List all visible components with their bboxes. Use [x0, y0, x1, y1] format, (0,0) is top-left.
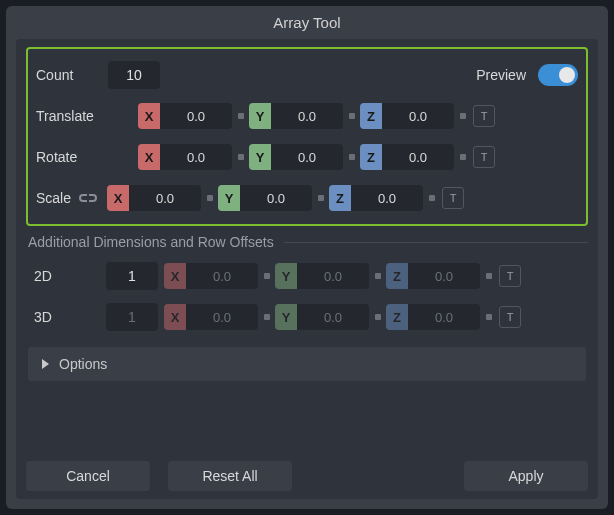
axis-y-tag: Y	[249, 144, 271, 170]
rotate-row: Rotate X Y Z T	[36, 141, 578, 173]
lock-dot[interactable]	[238, 154, 244, 160]
lock-dot[interactable]	[349, 113, 355, 119]
count-label: Count	[36, 67, 108, 83]
lock-dot[interactable]	[349, 154, 355, 160]
label-3d: 3D	[34, 309, 106, 325]
translate-x-input[interactable]	[160, 103, 232, 129]
lock-dot[interactable]	[429, 195, 435, 201]
lock-dot	[264, 314, 270, 320]
axis-x-tag: X	[164, 304, 186, 330]
axis-x-tag: X	[138, 144, 160, 170]
lock-dot[interactable]	[318, 195, 324, 201]
2d-x-input[interactable]	[186, 263, 258, 289]
lock-dot[interactable]	[486, 273, 492, 279]
axis-x-tag: X	[164, 263, 186, 289]
panel-content: Count Preview Translate X Y Z T	[16, 39, 598, 499]
lock-dot[interactable]	[460, 113, 466, 119]
2d-z-input[interactable]	[408, 263, 480, 289]
axis-z-tag: Z	[386, 263, 408, 289]
cancel-button[interactable]: Cancel	[26, 461, 150, 491]
3d-x-input	[186, 304, 258, 330]
lock-dot[interactable]	[264, 273, 270, 279]
reset-translate-button[interactable]: T	[473, 105, 495, 127]
lock-dot	[486, 314, 492, 320]
lock-dot	[375, 314, 381, 320]
preview-toggle[interactable]	[538, 64, 578, 86]
primary-group-highlight: Count Preview Translate X Y Z T	[26, 47, 588, 226]
footer: Cancel Reset All Apply	[26, 443, 588, 491]
axis-z-tag: Z	[360, 144, 382, 170]
reset-all-button[interactable]: Reset All	[168, 461, 292, 491]
additional-header-label: Additional Dimensions and Row Offsets	[28, 234, 274, 250]
rotate-z-input[interactable]	[382, 144, 454, 170]
axis-y-tag: Y	[249, 103, 271, 129]
reset-3d-button[interactable]: T	[499, 306, 521, 328]
translate-y-input[interactable]	[271, 103, 343, 129]
label-2d: 2D	[34, 268, 106, 284]
axis-z-tag: Z	[386, 304, 408, 330]
reset-rotate-button[interactable]: T	[473, 146, 495, 168]
rotate-label: Rotate	[36, 149, 108, 165]
divider	[284, 242, 588, 243]
chevron-right-icon	[42, 359, 49, 369]
reset-scale-button[interactable]: T	[442, 187, 464, 209]
array-tool-panel: Array Tool Count Preview Translate X Y	[6, 6, 608, 509]
lock-dot[interactable]	[460, 154, 466, 160]
scale-row: Scale X Y Z T	[36, 182, 578, 214]
translate-label: Translate	[36, 108, 108, 124]
count-2d-input[interactable]	[106, 262, 158, 290]
axis-z-tag: Z	[360, 103, 382, 129]
options-expander[interactable]: Options	[28, 347, 586, 381]
rotate-x-input[interactable]	[160, 144, 232, 170]
rotate-y-input[interactable]	[271, 144, 343, 170]
apply-button[interactable]: Apply	[464, 461, 588, 491]
count-row: Count Preview	[36, 59, 578, 91]
scale-y-input[interactable]	[240, 185, 312, 211]
preview-label: Preview	[476, 67, 526, 83]
lock-dot[interactable]	[207, 195, 213, 201]
axis-x-tag: X	[138, 103, 160, 129]
axis-x-tag: X	[107, 185, 129, 211]
axis-z-tag: Z	[329, 185, 351, 211]
axis-y-tag: Y	[275, 304, 297, 330]
axis-y-tag: Y	[275, 263, 297, 289]
translate-row: Translate X Y Z T	[36, 100, 578, 132]
axis-y-tag: Y	[218, 185, 240, 211]
row-2d: 2D X Y Z T	[34, 260, 580, 292]
count-3d-input	[106, 303, 158, 331]
toggle-knob	[559, 67, 575, 83]
lock-dot[interactable]	[238, 113, 244, 119]
translate-z-input[interactable]	[382, 103, 454, 129]
scale-x-input[interactable]	[129, 185, 201, 211]
panel-title: Array Tool	[6, 6, 608, 39]
3d-y-input	[297, 304, 369, 330]
count-input[interactable]	[108, 61, 160, 89]
lock-dot[interactable]	[375, 273, 381, 279]
scale-label: Scale	[36, 190, 71, 206]
3d-z-input	[408, 304, 480, 330]
2d-y-input[interactable]	[297, 263, 369, 289]
scale-z-input[interactable]	[351, 185, 423, 211]
link-icon[interactable]	[77, 189, 99, 207]
reset-2d-button[interactable]: T	[499, 265, 521, 287]
options-label: Options	[59, 356, 107, 372]
additional-header: Additional Dimensions and Row Offsets	[28, 234, 588, 250]
row-3d: 3D X Y Z T	[34, 301, 580, 333]
